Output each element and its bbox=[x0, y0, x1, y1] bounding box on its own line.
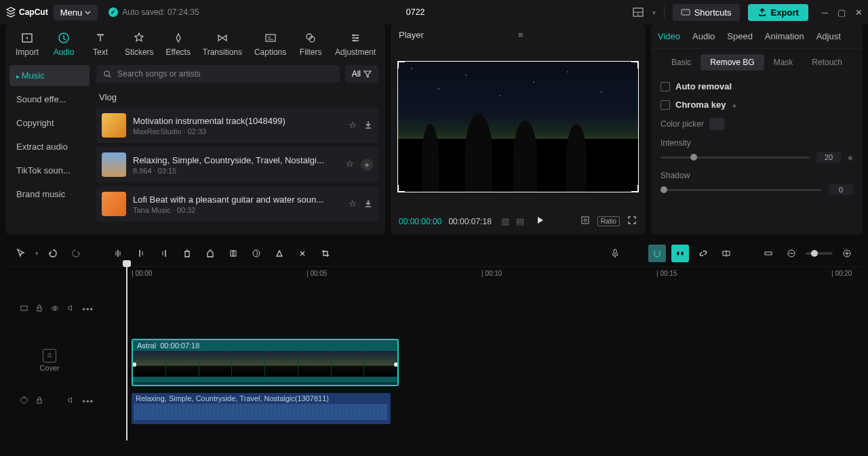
intensity-value[interactable]: 20 bbox=[816, 152, 841, 163]
tab-captions[interactable]: Captions bbox=[250, 28, 290, 60]
pointer-tool[interactable] bbox=[12, 245, 30, 262]
track-more-icon[interactable]: ••• bbox=[82, 396, 94, 407]
tab-adjust[interactable]: Adjust bbox=[815, 28, 842, 44]
video-clip[interactable]: Astral 00:00:07:18 bbox=[132, 339, 399, 386]
track-adjust-icon[interactable] bbox=[20, 396, 28, 407]
player-menu-icon[interactable]: ≡ bbox=[518, 30, 637, 40]
rotate-tool[interactable] bbox=[294, 245, 311, 262]
menu-button[interactable]: Menu bbox=[54, 5, 98, 20]
all-filter-button[interactable]: All bbox=[345, 65, 378, 83]
tab-audio-props[interactable]: Audio bbox=[691, 28, 716, 44]
compare-icon[interactable]: ▥ bbox=[501, 216, 509, 226]
search-input[interactable]: Search songs or artists bbox=[96, 65, 340, 83]
track-eye-icon[interactable] bbox=[50, 304, 60, 315]
tab-speed[interactable]: Speed bbox=[726, 28, 754, 44]
link-tool[interactable] bbox=[671, 245, 689, 262]
compare-icon-2[interactable]: ▤ bbox=[516, 216, 524, 226]
track-mute-icon[interactable] bbox=[66, 396, 75, 407]
track-hide-icon[interactable] bbox=[20, 304, 28, 314]
player-panel: Player ≡ 00:00:00:00 00:00:07:18 ▥ ▤ Rat… bbox=[391, 24, 646, 234]
tab-video[interactable]: Video bbox=[656, 28, 682, 44]
tab-effects[interactable]: Effects bbox=[162, 28, 195, 60]
subtab-remove-bg[interactable]: Remove BG bbox=[701, 54, 764, 70]
svg-point-17 bbox=[104, 70, 109, 75]
mic-button[interactable] bbox=[606, 245, 624, 262]
close-button[interactable]: ✕ bbox=[855, 7, 863, 18]
tab-animation[interactable]: Animation bbox=[764, 28, 806, 44]
tab-adjustment[interactable]: Adjustment bbox=[331, 28, 380, 60]
zoom-out-button[interactable] bbox=[783, 245, 800, 262]
player-canvas[interactable] bbox=[397, 45, 639, 208]
track-mute-icon[interactable] bbox=[66, 304, 75, 314]
tab-transitions[interactable]: Transitions bbox=[199, 28, 246, 60]
chain-tool[interactable] bbox=[694, 245, 712, 262]
track-item[interactable]: Relaxing, Simple, Countryside, Travel, N… bbox=[96, 147, 378, 182]
shadow-value[interactable]: 0 bbox=[829, 184, 853, 195]
split-left-tool[interactable] bbox=[132, 245, 150, 262]
favorite-icon[interactable]: ☆ bbox=[349, 120, 357, 131]
layout-icon[interactable] bbox=[632, 6, 644, 18]
add-icon[interactable]: + bbox=[361, 159, 373, 171]
timeline-tracks-area[interactable]: Astral 00:00:07:18 Relaxing, Simple, Cou… bbox=[100, 282, 863, 450]
intensity-slider[interactable] bbox=[660, 157, 810, 159]
marker-tool[interactable] bbox=[201, 245, 219, 262]
sidebar-item-music[interactable]: Music bbox=[9, 65, 90, 86]
zoom-in-button[interactable] bbox=[838, 245, 856, 262]
favorite-icon[interactable]: ☆ bbox=[349, 199, 357, 210]
undo-button[interactable] bbox=[44, 245, 62, 262]
subtab-mask[interactable]: Mask bbox=[764, 54, 803, 70]
project-name[interactable]: 0722 bbox=[205, 7, 627, 17]
reverse-tool[interactable] bbox=[248, 245, 265, 262]
favorite-icon[interactable]: ☆ bbox=[346, 159, 354, 171]
tab-audio[interactable]: Audio bbox=[47, 28, 80, 60]
cover-button[interactable] bbox=[43, 349, 56, 362]
color-swatch[interactable] bbox=[709, 118, 724, 130]
split-right-tool[interactable] bbox=[155, 245, 173, 262]
download-icon[interactable] bbox=[363, 120, 373, 131]
timeline-ruler[interactable]: | 00:00 | 00:05 | 00:10 | 00:15 | 00:20 bbox=[100, 267, 863, 282]
tab-stickers[interactable]: Stickers bbox=[121, 28, 158, 60]
tab-text[interactable]: Text bbox=[84, 28, 117, 60]
shadow-slider[interactable] bbox=[660, 189, 822, 191]
auto-removal-checkbox[interactable] bbox=[660, 82, 670, 91]
export-button[interactable]: Export bbox=[748, 4, 808, 21]
chroma-key-checkbox[interactable] bbox=[660, 100, 670, 110]
crop2-tool[interactable] bbox=[317, 245, 334, 262]
fullscreen-icon[interactable] bbox=[627, 215, 637, 228]
sidebar-item-extract-audio[interactable]: Extract audio bbox=[9, 136, 90, 157]
redo-button[interactable] bbox=[67, 245, 85, 262]
track-item[interactable]: Motivation instrumental track(1048499) M… bbox=[96, 108, 378, 143]
track-item[interactable]: Lofi Beat with a pleasant guitar and wat… bbox=[96, 186, 378, 222]
subtab-retouch[interactable]: Retouch bbox=[802, 54, 852, 70]
track-tool[interactable] bbox=[760, 245, 777, 262]
minimize-button[interactable]: ─ bbox=[822, 7, 828, 18]
download-icon[interactable] bbox=[363, 199, 373, 210]
split-tool[interactable] bbox=[109, 245, 127, 262]
tab-filters[interactable]: Filters bbox=[294, 28, 327, 60]
scale-icon[interactable] bbox=[580, 215, 591, 228]
sidebar-item-brand-music[interactable]: Brand music bbox=[9, 184, 90, 205]
track-lock-icon[interactable] bbox=[35, 304, 43, 314]
maximize-button[interactable]: ▢ bbox=[837, 7, 846, 18]
delete-tool[interactable] bbox=[178, 245, 196, 262]
mirror-tool[interactable] bbox=[271, 245, 288, 262]
track-lock-icon[interactable] bbox=[35, 396, 43, 407]
zoom-slider[interactable] bbox=[806, 252, 833, 255]
play-button[interactable] bbox=[535, 215, 545, 227]
shortcuts-button[interactable]: Shortcuts bbox=[673, 4, 740, 21]
preview-box[interactable] bbox=[397, 61, 639, 192]
crop-tool[interactable] bbox=[224, 245, 242, 262]
audio-clip[interactable]: Relaxing, Simple, Countryside, Travel, N… bbox=[132, 393, 391, 424]
track-more-icon[interactable]: ••• bbox=[82, 304, 94, 314]
tab-import[interactable]: Import bbox=[11, 28, 43, 60]
auto-removal-row[interactable]: Auto removal bbox=[660, 81, 853, 91]
sidebar-item-tiktok-sounds[interactable]: TikTok soun... bbox=[9, 160, 90, 181]
sidebar-item-sound-effects[interactable]: Sound effe... bbox=[9, 89, 90, 110]
preview-render-tool[interactable] bbox=[717, 245, 735, 262]
playhead[interactable] bbox=[126, 264, 127, 440]
subtab-basic[interactable]: Basic bbox=[662, 54, 701, 70]
ratio-button[interactable]: Ratio bbox=[597, 216, 620, 226]
magnet-tool[interactable] bbox=[648, 245, 666, 262]
chroma-key-row[interactable]: Chroma key ▲ bbox=[660, 100, 853, 110]
sidebar-item-copyright[interactable]: Copyright bbox=[9, 112, 90, 133]
